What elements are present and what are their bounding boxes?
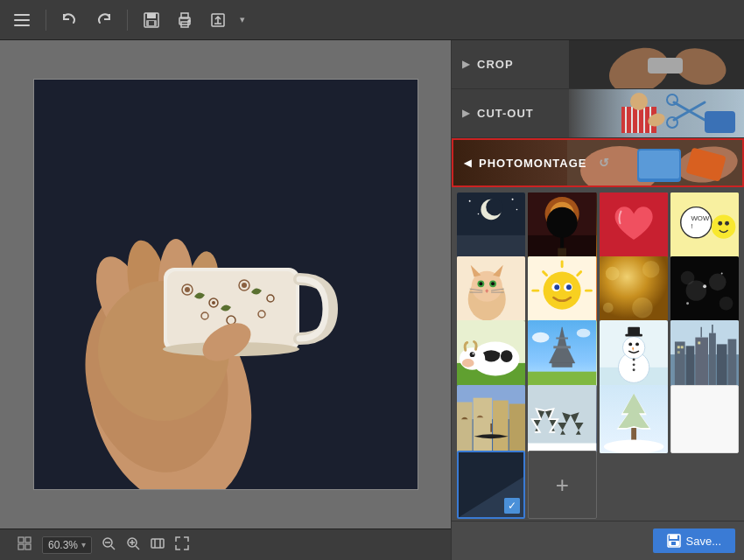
thumbnail-selected[interactable]: ✓ — [457, 451, 525, 519]
svg-rect-154 — [628, 327, 640, 336]
thumbnail-9[interactable] — [457, 320, 525, 388]
fit-button[interactable] — [148, 534, 167, 556]
svg-rect-170 — [677, 352, 680, 354]
svg-point-93 — [712, 214, 735, 238]
svg-point-136 — [460, 348, 485, 370]
svg-point-64 — [630, 93, 648, 110]
thumbnail-11[interactable] — [600, 320, 668, 388]
thumbnail-3[interactable] — [600, 192, 668, 261]
thumbnail-12[interactable] — [670, 320, 739, 388]
undo-button[interactable] — [57, 10, 83, 31]
svg-point-111 — [555, 284, 560, 290]
cutout-bg-image — [569, 89, 744, 138]
svg-point-156 — [632, 364, 635, 367]
svg-point-184 — [603, 439, 663, 453]
svg-point-29 — [242, 283, 247, 288]
thumbnail-grid: WOW ! — [452, 187, 744, 521]
canvas-wrapper — [0, 40, 451, 528]
svg-rect-164 — [717, 345, 727, 389]
svg-point-102 — [491, 283, 495, 286]
svg-point-101 — [479, 283, 482, 286]
thumbnail-4[interactable]: WOW ! — [670, 192, 739, 261]
zoom-out-button[interactable] — [99, 534, 118, 556]
svg-rect-178 — [509, 403, 526, 453]
svg-point-155 — [632, 359, 635, 361]
separator-1 — [46, 10, 46, 31]
crop-text: CROP — [477, 58, 514, 71]
svg-point-130 — [720, 273, 722, 275]
export-button[interactable] — [205, 9, 231, 32]
grid-icon — [18, 536, 32, 554]
panel-bottom: Save... — [452, 521, 744, 560]
photomontage-label: ◀ PHOTOMONTAGE ↺ — [464, 156, 610, 170]
svg-point-86 — [547, 207, 578, 238]
svg-point-128 — [703, 284, 706, 288]
thumbnail-10[interactable] — [528, 320, 596, 388]
refresh-icon: ↺ — [599, 156, 610, 170]
print-button[interactable] — [172, 9, 198, 32]
crop-arrow: ▶ — [462, 59, 470, 70]
canvas-svg — [34, 80, 418, 490]
thumbnail-2[interactable] — [528, 192, 596, 261]
svg-point-145 — [532, 332, 550, 343]
svg-rect-161 — [685, 346, 694, 389]
svg-line-44 — [136, 546, 139, 550]
svg-rect-4 — [147, 13, 156, 18]
zoom-info[interactable]: 60.3% ▾ — [42, 536, 92, 554]
main-content: 60.3% ▾ — [0, 40, 744, 560]
svg-point-112 — [566, 284, 572, 290]
svg-rect-6 — [149, 21, 154, 25]
thumbnail-8[interactable] — [670, 256, 739, 325]
photomontage-section-header[interactable]: ◀ PHOTOMONTAGE ↺ — [452, 138, 744, 187]
cutout-arrow: ▶ — [462, 108, 470, 119]
thumbnail-15[interactable] — [600, 385, 668, 453]
svg-rect-37 — [25, 537, 31, 542]
svg-point-119 — [605, 267, 619, 281]
crop-section-header[interactable]: ▶ CROP — [452, 40, 744, 89]
separator-2 — [127, 10, 128, 31]
thumbnail-add-button[interactable]: + — [528, 451, 596, 519]
svg-point-80 — [516, 209, 518, 211]
save-file-button[interactable] — [138, 9, 165, 32]
redo-button[interactable] — [90, 10, 116, 31]
canvas-image — [33, 79, 418, 490]
save-icon — [667, 534, 681, 548]
svg-rect-39 — [25, 544, 31, 550]
svg-rect-0 — [14, 14, 30, 16]
svg-point-139 — [473, 354, 474, 355]
thumbnail-6[interactable] — [528, 256, 596, 325]
fullscreen-button[interactable] — [172, 534, 192, 556]
save-button[interactable]: Save... — [653, 528, 735, 553]
zoom-dropdown-arrow: ▾ — [81, 540, 86, 550]
status-bar: 60.3% ▾ — [0, 528, 451, 560]
thumbnail-16[interactable] — [670, 385, 739, 453]
svg-point-150 — [622, 337, 644, 359]
zoom-in-button[interactable] — [123, 534, 143, 556]
svg-rect-175 — [457, 402, 473, 453]
add-plus-icon: + — [556, 473, 569, 496]
svg-rect-66 — [705, 111, 735, 133]
svg-rect-38 — [18, 544, 24, 550]
svg-point-137 — [462, 359, 474, 368]
svg-point-95 — [725, 221, 729, 226]
thumbnail-7[interactable] — [600, 256, 668, 325]
svg-point-79 — [478, 214, 480, 215]
svg-point-27 — [212, 301, 215, 304]
svg-point-25 — [185, 287, 190, 292]
thumbnail-5[interactable] — [457, 256, 525, 325]
svg-point-157 — [632, 369, 635, 372]
photomontage-text: PHOTOMONTAGE — [479, 157, 586, 170]
cutout-label: ▶ CUT-OUT — [462, 107, 534, 120]
svg-rect-53 — [648, 58, 683, 74]
svg-text:!: ! — [691, 222, 692, 230]
svg-point-152 — [635, 343, 639, 346]
svg-point-78 — [512, 199, 514, 200]
svg-point-122 — [602, 303, 613, 313]
cutout-section-header[interactable]: ▶ CUT-OUT — [452, 89, 744, 138]
thumbnail-1[interactable] — [457, 192, 525, 261]
thumbnail-14[interactable] — [528, 385, 596, 453]
svg-point-94 — [718, 221, 722, 226]
menu-button[interactable] — [9, 10, 35, 30]
thumbnail-13[interactable] — [457, 385, 525, 453]
svg-rect-1 — [14, 19, 30, 21]
